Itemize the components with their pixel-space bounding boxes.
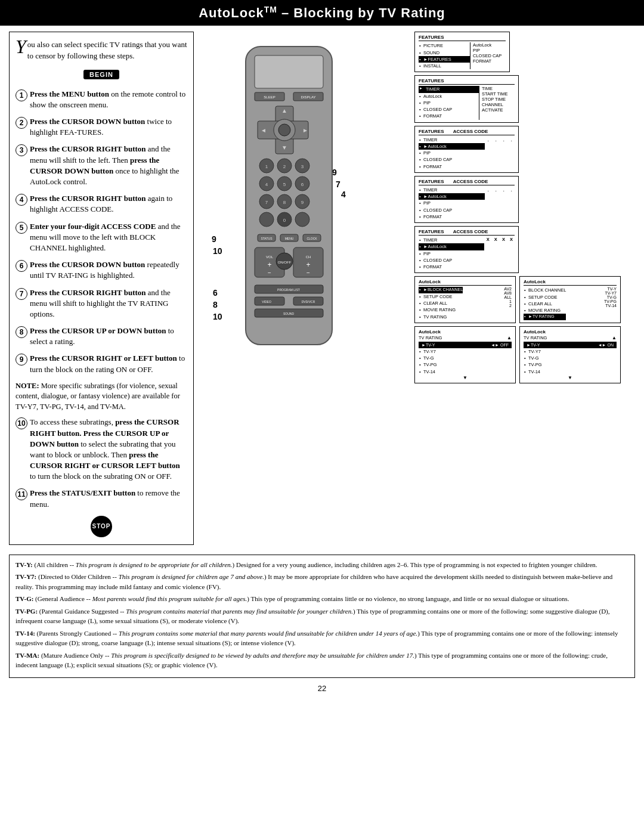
panel-autolock-hl4: ►AutoLock bbox=[419, 193, 485, 200]
panel-tv-rating-label: TV RATING ▲ bbox=[419, 335, 512, 340]
panel-cc4: CLOSED CAP bbox=[419, 207, 485, 213]
rating-tvy7: TV-Y7: (Directed to Older Children -- Th… bbox=[16, 572, 628, 592]
panel-tv-rating-on: AutoLock TV RATING ▲ ►TV-Y◄► ON TV-Y7 TV… bbox=[519, 326, 621, 383]
panel-format4: FORMAT bbox=[419, 213, 485, 220]
label-9-mid: 9 bbox=[212, 234, 216, 244]
val-1: 1 bbox=[504, 299, 512, 304]
svg-text:9: 9 bbox=[301, 200, 304, 205]
note-text: NOTE: More specific subratings (for viol… bbox=[16, 381, 187, 413]
panel-item-install: INSTALL bbox=[419, 63, 470, 69]
step-6: 6 Press the CURSOR DOWN button repeatedl… bbox=[16, 259, 187, 281]
panel-row-2: FEATURES TIMER AutoLock PIP CLOSED CAP F… bbox=[414, 75, 635, 122]
panel-tv14-r3: TV-14 bbox=[524, 368, 617, 375]
panel-autolock-left: AutoLock ►BLOCK CHANNEL SETUP CODE CLEAR… bbox=[414, 276, 516, 323]
panel-autolock-access: FEATURES ACCESS CODE TIMER ►AutoLock PIP… bbox=[414, 126, 519, 173]
rating-tvg-desc: (General Audience -- Most parents would … bbox=[35, 595, 569, 602]
step-2: 2 Press the CURSOR DOWN button twice to … bbox=[16, 116, 187, 138]
panel-item-pip2: PIP bbox=[419, 100, 479, 106]
label-10-btm: 10 bbox=[213, 312, 222, 321]
val-av2: AV2 bbox=[504, 287, 512, 291]
step-4-number: 4 bbox=[16, 194, 27, 206]
begin-badge: BEGIN bbox=[83, 70, 119, 79]
panel-pip4: PIP bbox=[419, 200, 485, 206]
panel-tvpg-r2: TV-PG bbox=[419, 361, 512, 368]
step-11-text: Press the STATUS/EXIT button to remove t… bbox=[30, 488, 187, 509]
panel-sub-timer: AutoLock bbox=[473, 42, 506, 48]
panel-access-code-title: FEATURES ACCESS CODE bbox=[419, 179, 515, 185]
panel-stoptime-label: STOP TIME bbox=[482, 97, 515, 102]
panel-tv-rating-hl: ►TV RATING bbox=[524, 314, 566, 320]
rating-tvpg-label: TV-PG: bbox=[16, 608, 38, 615]
step-3-text: Press the CURSOR RIGHT button and the me… bbox=[30, 144, 187, 187]
panel-format5: FORMAT bbox=[419, 264, 484, 270]
step-9: 9 Press the CURSOR RIGHT or LEFT button … bbox=[16, 353, 187, 374]
panel-autolock-right-title: AutoLock bbox=[524, 279, 617, 286]
panel-tv-rating: TV RATING bbox=[419, 314, 463, 320]
rating-tv14-desc: (Parents Strongly Cautioned -- This prog… bbox=[16, 630, 618, 647]
intro-text: Y ou also can select specific TV ratings… bbox=[16, 39, 187, 61]
main-content: Y ou also can select specific TV ratings… bbox=[0, 26, 644, 551]
panel-access-code: FEATURES ACCESS CODE TIMER ►AutoLock PIP… bbox=[414, 176, 519, 223]
svg-text:+: + bbox=[306, 261, 310, 269]
svg-text:DISPLAY: DISPLAY bbox=[301, 95, 316, 99]
step-10-number: 10 bbox=[16, 417, 27, 429]
panel-starttime-label: START TIME bbox=[482, 91, 515, 97]
panel-tvy7-r3: TV-Y7 bbox=[524, 348, 617, 355]
panel-setup-code: SETUP CODE bbox=[419, 293, 463, 300]
step-3-number: 3 bbox=[16, 144, 27, 156]
left-column: Y ou also can select specific TV ratings… bbox=[9, 32, 194, 545]
panel-x-code-title: FEATURES ACCESS CODE bbox=[419, 229, 515, 236]
step-1-number: 1 bbox=[16, 89, 27, 101]
panel-tv14-r2: TV-14 bbox=[419, 368, 512, 375]
svg-text:8: 8 bbox=[283, 200, 286, 205]
panel-block-channel-r: BLOCK CHANNEL bbox=[524, 287, 566, 293]
step-4: 4 Press the CURSOR RIGHT button again to… bbox=[16, 193, 187, 215]
panel-clear-all: CLEAR ALL bbox=[419, 300, 463, 306]
panel-features-timer-title: FEATURES bbox=[419, 78, 515, 85]
rating-tvg-label: TV-G: bbox=[16, 595, 33, 602]
panel-tvpg-r3: TV-PG bbox=[524, 361, 617, 368]
drop-cap: Y bbox=[16, 39, 26, 55]
panel-autolock-right: AutoLock BLOCK CHANNEL SETUP CODE CLEAR … bbox=[519, 276, 621, 323]
panel-setup-code-r: SETUP CODE bbox=[524, 294, 566, 301]
step-3: 3 Press the CURSOR RIGHT button and the … bbox=[16, 144, 187, 187]
val-tvpg: TV-PG bbox=[604, 299, 617, 304]
svg-text:6: 6 bbox=[301, 182, 304, 187]
val-tv14: TV-14 bbox=[604, 304, 617, 308]
rating-tvy7-label: TV-Y7: bbox=[16, 573, 36, 580]
access-dots-3: . . . . bbox=[487, 137, 515, 143]
svg-text:2: 2 bbox=[283, 164, 286, 169]
panel-features-main: FEATURES PICTURE SOUND ►FEATURES INSTALL… bbox=[414, 32, 510, 72]
header-title: AutoLock bbox=[199, 5, 264, 20]
header-tm: TM bbox=[264, 5, 277, 14]
step-8: 8 Press the CURSOR UP or DOWN button to … bbox=[16, 326, 187, 347]
panel-item-format2: FORMAT bbox=[419, 113, 479, 119]
svg-text:−: − bbox=[306, 270, 310, 276]
svg-text:4: 4 bbox=[265, 182, 268, 187]
panel-sub-pip: CLOSED CAP bbox=[473, 53, 506, 58]
svg-text:3: 3 bbox=[301, 164, 304, 169]
rating-tvma-label: TV-MA: bbox=[16, 652, 39, 659]
panel-tv-rating-off: AutoLock TV RATING ▲ ►TV-Y◄► OFF TV-Y7 T… bbox=[414, 326, 516, 383]
step-4-text: Press the CURSOR RIGHT button again to h… bbox=[30, 193, 187, 215]
step-11: 11 Press the STATUS/EXIT button to remov… bbox=[16, 488, 187, 509]
svg-text:5: 5 bbox=[283, 182, 286, 187]
panel-tvg-r2: TV-G bbox=[419, 355, 512, 361]
svg-text:◄: ◄ bbox=[261, 127, 267, 134]
svg-text:ON/OFF: ON/OFF bbox=[278, 261, 292, 264]
panel-sub-autolock: PIP bbox=[473, 48, 506, 53]
rating-tv14: TV-14: (Parents Strongly Cautioned -- Th… bbox=[16, 628, 628, 648]
panel-row-3: FEATURES ACCESS CODE TIMER ►AutoLock PIP… bbox=[414, 126, 635, 173]
rating-tvy-label: TV-Y: bbox=[16, 561, 33, 568]
svg-text:+: + bbox=[267, 261, 271, 269]
svg-text:0: 0 bbox=[283, 218, 286, 223]
rating-tvy: TV-Y: (All children -- This program is d… bbox=[16, 560, 628, 570]
panel-item-autolock2: AutoLock bbox=[419, 93, 479, 100]
panel-tvy7-r2: TV-Y7 bbox=[419, 348, 512, 355]
stop-badge-container: STOP bbox=[16, 516, 187, 537]
page-header: AutoLockTM – Blocking by TV Rating bbox=[0, 0, 644, 26]
step-2-number: 2 bbox=[16, 117, 27, 129]
step-8-number: 8 bbox=[16, 326, 27, 338]
intro-body: ou also can select specific TV ratings t… bbox=[27, 40, 187, 60]
panel-pip3: PIP bbox=[419, 150, 485, 156]
